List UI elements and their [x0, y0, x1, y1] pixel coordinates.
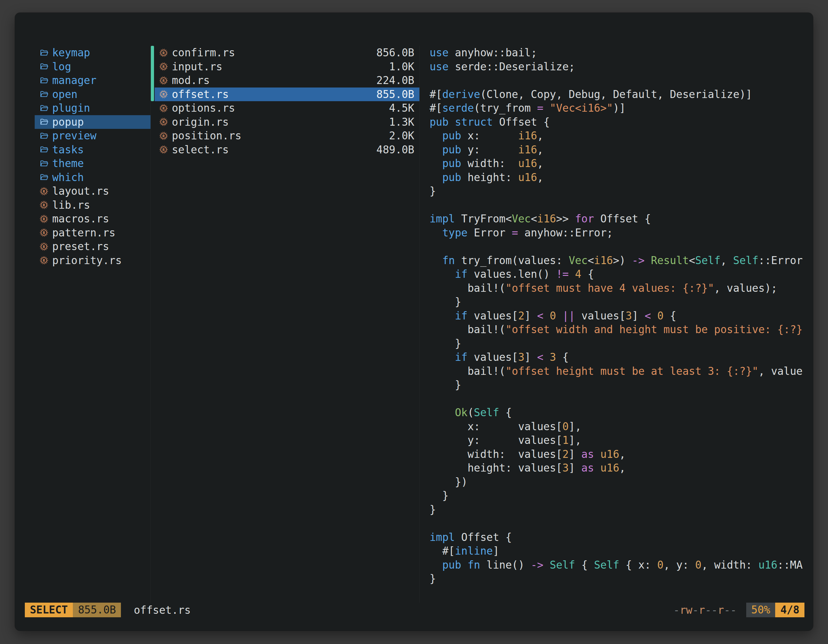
file-row-position-rs[interactable]: Rposition.rs2.0K: [155, 129, 419, 143]
svg-text:R: R: [162, 50, 165, 55]
sidebar-item-preview[interactable]: preview: [34, 129, 151, 143]
file-name: position.rs: [172, 130, 242, 142]
file-row-mod-rs[interactable]: Rmod.rs224.0B: [155, 74, 419, 88]
rust-file-icon: R: [159, 132, 168, 140]
code-line: }: [430, 295, 813, 309]
code-line: [430, 392, 813, 406]
item-label: pattern.rs: [52, 227, 116, 239]
sidebar-item-layout-rs[interactable]: Rlayout.rs: [34, 184, 151, 198]
code-line: use anyhow::bail;: [430, 46, 813, 60]
terminal-window: keymaplogmanageropenpluginpopuppreviewta…: [15, 13, 813, 631]
file-name: mod.rs: [172, 74, 210, 86]
preview-pane[interactable]: use anyhow::bail;use serde::Deserialize;…: [420, 46, 813, 603]
svg-text:R: R: [162, 147, 165, 152]
code-line: pub width: u16,: [430, 157, 813, 171]
code-line: impl TryFrom<Vec<i16>> for Offset {: [430, 212, 813, 226]
item-label: preset.rs: [52, 240, 109, 253]
rust-file-icon: R: [159, 90, 168, 99]
sidebar-item-tasks[interactable]: tasks: [34, 143, 151, 157]
svg-text:R: R: [42, 217, 45, 221]
sidebar-item-priority-rs[interactable]: Rpriority.rs: [34, 254, 151, 268]
item-label: log: [52, 60, 71, 73]
current-pane[interactable]: Rconfirm.rs856.0BRinput.rs1.0KRmod.rs224…: [151, 46, 420, 603]
parent-pane[interactable]: keymaplogmanageropenpluginpopuppreviewta…: [25, 46, 151, 603]
file-size: 2.0K: [389, 130, 414, 142]
file-row-confirm-rs[interactable]: Rconfirm.rs856.0B: [155, 46, 419, 60]
code-line: #[serde(try_from = "Vec<i16>")]: [430, 101, 813, 115]
sidebar-item-log[interactable]: log: [34, 60, 151, 74]
sidebar-item-open[interactable]: open: [34, 88, 151, 102]
sidebar-item-which[interactable]: which: [34, 171, 151, 185]
file-size: 224.0B: [376, 74, 414, 86]
svg-text:R: R: [42, 189, 45, 193]
rust-file-icon: R: [159, 104, 168, 113]
svg-text:R: R: [42, 231, 45, 235]
file-name: confirm.rs: [172, 47, 235, 59]
code-line: bail!("offset height must be at least 3:…: [430, 364, 813, 378]
code-line: x: values[0],: [430, 420, 813, 434]
rust-file-icon: R: [39, 201, 49, 209]
scroll-percent-badge: 50%: [746, 603, 776, 617]
sidebar-item-plugin[interactable]: plugin: [34, 101, 151, 115]
folder-icon: [39, 90, 49, 99]
code-line: Ok(Self {: [430, 406, 813, 420]
sidebar-item-keymap[interactable]: keymap: [34, 46, 151, 60]
code-line: impl Offset {: [430, 530, 813, 544]
code-line: bail!("offset width and height must be p…: [430, 323, 813, 337]
folder-icon: [39, 173, 49, 182]
rust-file-icon: R: [159, 118, 168, 126]
code-line: pub x: i16,: [430, 129, 813, 143]
file-list: Rconfirm.rs856.0BRinput.rs1.0KRmod.rs224…: [155, 46, 419, 157]
sidebar-item-popup[interactable]: popup: [34, 115, 151, 129]
rust-file-icon: R: [159, 62, 168, 71]
code-line: }: [430, 489, 813, 503]
code-line: }): [430, 475, 813, 489]
file-name: input.rs: [172, 60, 223, 73]
file-name: origin.rs: [172, 116, 229, 128]
file-size: 489.0B: [376, 144, 414, 156]
code-line: pub fn line() -> Self { Self { x: 0, y: …: [430, 558, 813, 572]
permissions-text: -rw-r--r--: [673, 604, 737, 616]
sidebar-item-pattern-rs[interactable]: Rpattern.rs: [34, 226, 151, 240]
code-line: use serde::Deserialize;: [430, 60, 813, 74]
file-row-options-rs[interactable]: Roptions.rs4.5K: [155, 101, 419, 115]
sidebar-item-preset-rs[interactable]: Rpreset.rs: [34, 240, 151, 254]
file-size: 1.0K: [389, 60, 414, 73]
folder-icon: [39, 132, 49, 140]
svg-text:R: R: [162, 92, 165, 97]
file-manager-panes: keymaplogmanageropenpluginpopuppreviewta…: [15, 13, 813, 603]
file-row-input-rs[interactable]: Rinput.rs1.0K: [155, 60, 419, 74]
svg-text:R: R: [42, 203, 45, 207]
folder-icon: [39, 118, 49, 126]
file-row-select-rs[interactable]: Rselect.rs489.0B: [155, 143, 419, 157]
code-line: width: values[2] as u16,: [430, 447, 813, 461]
mode-badge: SELECT: [25, 603, 73, 617]
svg-text:R: R: [162, 64, 165, 69]
sidebar-item-manager[interactable]: manager: [34, 74, 151, 88]
item-label: macros.rs: [52, 213, 109, 225]
code-line: [430, 516, 813, 530]
file-name: select.rs: [172, 144, 229, 156]
code-line: [430, 198, 813, 212]
sidebar-item-theme[interactable]: theme: [34, 157, 151, 171]
file-row-origin-rs[interactable]: Rorigin.rs1.3K: [155, 115, 419, 129]
rust-file-icon: R: [39, 242, 49, 251]
sidebar-item-lib-rs[interactable]: Rlib.rs: [34, 198, 151, 212]
code-line: [430, 74, 813, 88]
folder-icon: [39, 159, 49, 168]
code-line: }: [430, 378, 813, 392]
item-label: popup: [52, 116, 84, 128]
svg-text:R: R: [162, 120, 165, 124]
file-row-offset-rs[interactable]: Roffset.rs855.0B: [155, 88, 419, 102]
item-label: priority.rs: [52, 254, 122, 266]
code-line: #[derive(Clone, Copy, Debug, Default, De…: [430, 88, 813, 102]
svg-text:R: R: [42, 259, 45, 263]
item-label: lib.rs: [52, 199, 90, 211]
folder-icon: [39, 104, 49, 113]
code-line: fn try_from(values: Vec<i16>) -> Result<…: [430, 254, 813, 268]
item-label: plugin: [52, 102, 90, 114]
file-name: options.rs: [172, 102, 235, 114]
sidebar-item-macros-rs[interactable]: Rmacros.rs: [34, 212, 151, 226]
code-line: pub struct Offset {: [430, 115, 813, 129]
folder-icon: [39, 76, 49, 85]
